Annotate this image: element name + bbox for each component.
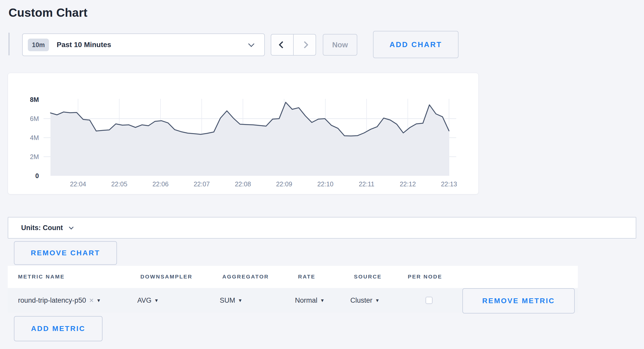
svg-text:22:11: 22:11 [359,180,375,188]
time-range-dropdown[interactable]: 10m Past 10 Minutes [22,33,265,56]
triangle-down-icon: ▾ [239,297,242,303]
svg-text:22:08: 22:08 [235,180,251,188]
metrics-table: METRIC NAME DOWNSAMPLER AGGREGATOR RATE … [8,266,578,313]
source-select[interactable]: Cluster ▾ [350,288,379,313]
downsampler-value: AVG [137,296,151,304]
chart-card: 22:0422:0522:0622:0722:0822:0922:1022:11… [8,73,479,194]
chevron-down-icon [69,225,73,229]
source-value: Cluster [350,296,372,304]
downsampler-select[interactable]: AVG ▾ [137,288,158,313]
chevron-left-icon [278,41,286,48]
svg-text:6M: 6M [30,115,39,122]
svg-text:8M: 8M [30,96,39,103]
aggregator-select[interactable]: SUM ▾ [220,288,242,313]
add-chart-button[interactable]: ADD CHART [373,31,459,58]
metric-name-select[interactable]: round-trip-latency-p50 × ▾ [18,288,100,313]
col-header-aggregator: AGGREGATOR [222,274,269,280]
col-header-metric-name: METRIC NAME [18,274,65,280]
chevron-right-icon [301,41,308,48]
now-button[interactable]: Now [323,34,357,56]
aggregator-value: SUM [220,296,235,304]
time-range-badge: 10m [28,39,49,51]
per-node-checkbox[interactable] [426,297,433,304]
remove-chart-button[interactable]: REMOVE CHART [14,241,117,265]
col-header-per-node: PER NODE [408,274,442,280]
page-title: Custom Chart [9,6,88,20]
metrics-table-header: METRIC NAME DOWNSAMPLER AGGREGATOR RATE … [8,266,578,288]
col-header-downsampler: DOWNSAMPLER [140,274,192,280]
timeseries-area-chart[interactable]: 22:0422:0522:0622:0722:0822:0922:1022:11… [8,73,479,195]
remove-metric-button[interactable]: REMOVE METRIC [462,288,575,313]
chevron-down-icon [248,41,254,47]
svg-text:22:13: 22:13 [441,180,457,188]
svg-text:22:04: 22:04 [70,180,86,188]
svg-text:2M: 2M [30,153,39,160]
svg-text:22:06: 22:06 [152,180,169,188]
triangle-down-icon: ▾ [97,297,100,303]
units-dropdown[interactable]: Units: Count [8,217,636,239]
svg-text:22:09: 22:09 [276,180,292,188]
add-metric-button[interactable]: ADD METRIC [14,316,103,341]
next-time-button[interactable] [293,34,316,55]
toolbar-divider [9,33,10,55]
triangle-down-icon: ▾ [155,297,158,303]
triangle-down-icon: ▾ [376,297,379,303]
svg-text:4M: 4M [30,134,39,141]
clear-metric-icon[interactable]: × [89,296,94,305]
svg-text:22:05: 22:05 [111,180,128,188]
time-shift-group [271,34,316,56]
metric-name-value: round-trip-latency-p50 [18,296,86,304]
prev-time-button[interactable] [271,34,293,55]
rate-select[interactable]: Normal ▾ [295,288,324,313]
col-header-rate: RATE [298,274,316,280]
svg-text:0: 0 [35,172,39,179]
svg-text:22:07: 22:07 [194,180,210,188]
col-header-source: SOURCE [354,274,382,280]
triangle-down-icon: ▾ [321,297,324,303]
units-label: Units: Count [21,224,63,232]
rate-value: Normal [295,296,317,304]
svg-text:22:12: 22:12 [400,180,416,188]
svg-text:22:10: 22:10 [317,180,334,188]
time-range-label: Past 10 Minutes [57,41,111,49]
